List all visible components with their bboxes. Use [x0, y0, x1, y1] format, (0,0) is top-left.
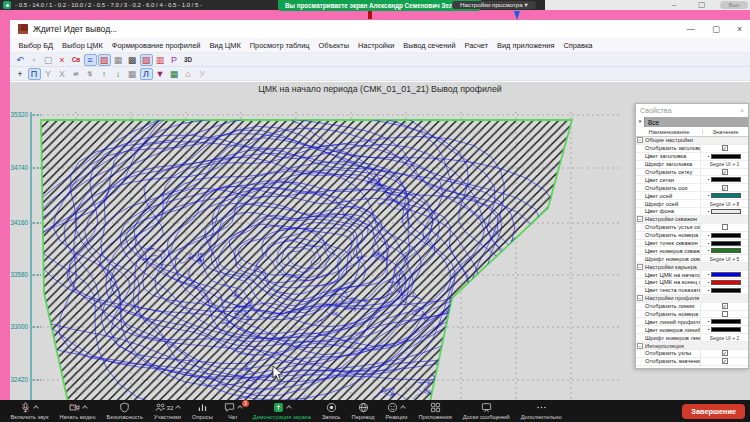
- chevron-up-icon[interactable]: [401, 405, 407, 411]
- font-value[interactable]: Segoe UI + 1: [710, 161, 740, 167]
- tool-disabled-u[interactable]: У: [196, 68, 209, 80]
- menu-Объекты[interactable]: Объекты: [314, 41, 353, 50]
- properties-filter-row[interactable]: ▾ Все: [636, 117, 748, 127]
- color-swatch[interactable]: [711, 248, 741, 253]
- chevron-up-icon[interactable]: [82, 405, 88, 411]
- tool-new-view[interactable]: ▫: [28, 54, 41, 66]
- color-swatch[interactable]: [711, 288, 741, 293]
- tool-grid-dark[interactable]: ▩: [126, 54, 139, 66]
- color-swatch[interactable]: [711, 241, 741, 246]
- dock-chat[interactable]: 3Чат: [218, 400, 247, 422]
- property-row[interactable]: Отобразить заголовок✓: [636, 145, 748, 153]
- color-swatch[interactable]: [711, 319, 741, 324]
- tool-axis-x[interactable]: X: [56, 68, 69, 80]
- dock-record[interactable]: Запись: [316, 400, 346, 422]
- checkbox[interactable]: [722, 311, 728, 317]
- checkbox[interactable]: ✓: [722, 303, 728, 309]
- dock-participants[interactable]: 32Участники: [148, 400, 186, 422]
- chevron-up-icon[interactable]: [34, 405, 40, 411]
- property-row[interactable]: Отобразить номера линий: [636, 311, 748, 319]
- color-swatch[interactable]: [711, 280, 741, 285]
- tool-db-connect[interactable]: Cв: [70, 54, 83, 66]
- chevron-up-icon[interactable]: [286, 405, 292, 411]
- tool-hatch-3[interactable]: ▥: [154, 54, 167, 66]
- property-row[interactable]: Шрифт номеров линийSegoe UI + 2: [636, 334, 748, 342]
- tool-axis-y[interactable]: Y: [42, 68, 55, 80]
- section-header[interactable]: −Общие настройки: [636, 137, 748, 145]
- property-row[interactable]: Отобразить линии✓: [636, 303, 748, 311]
- font-value[interactable]: Segoe UI + 5: [710, 256, 740, 262]
- minimize-window-icon[interactable]: —: [687, 24, 696, 34]
- close-window-icon[interactable]: ×: [737, 24, 742, 34]
- color-swatch[interactable]: [711, 272, 741, 277]
- property-row[interactable]: Отобразить устья скважин: [636, 224, 748, 232]
- maximize-window-icon[interactable]: ▢: [712, 24, 720, 34]
- menu-Формирование профилей[interactable]: Формирование профилей: [107, 41, 205, 50]
- section-header[interactable]: −Настройки профиля: [636, 295, 748, 303]
- dock-start-video[interactable]: Начать видео: [54, 400, 101, 422]
- tool-undo[interactable]: ↶: [14, 54, 27, 66]
- section-header[interactable]: −Настройки скважин: [636, 216, 748, 224]
- tool-move-tool[interactable]: +: [14, 68, 27, 80]
- property-row[interactable]: Цвет номеров скважин▪: [636, 247, 748, 255]
- property-row[interactable]: Шрифт номеров скважинSegoe UI + 5: [636, 255, 748, 263]
- dock-unmute[interactable]: Включить звук: [5, 400, 54, 422]
- property-row[interactable]: Цвет фона▪: [636, 208, 748, 216]
- property-row[interactable]: Отобразить номера скважин▪: [636, 232, 748, 240]
- dock-interpretation[interactable]: Перевод: [346, 400, 380, 422]
- menu-Справка[interactable]: Справка: [559, 41, 597, 50]
- checkbox[interactable]: ✓: [722, 358, 728, 364]
- property-row[interactable]: Отобразить сетку✓: [636, 169, 748, 177]
- dock-reactions[interactable]: Реакции: [380, 400, 413, 422]
- dock-more[interactable]: Дополнительно: [515, 400, 567, 422]
- property-row[interactable]: Цвет заголовка▪: [636, 153, 748, 161]
- property-row[interactable]: Отобразить оси✓: [636, 184, 748, 192]
- leave-meeting-button[interactable]: Завершение: [682, 404, 745, 419]
- color-swatch[interactable]: [711, 209, 741, 214]
- menu-Просмотр таблиц[interactable]: Просмотр таблиц: [245, 41, 314, 50]
- tool-profile-lines[interactable]: ≡: [84, 54, 97, 66]
- collapse-icon[interactable]: −: [637, 295, 643, 301]
- font-value[interactable]: Segoe UI + 2: [710, 335, 740, 341]
- checkbox[interactable]: ✓: [722, 169, 728, 175]
- property-row[interactable]: Цвет точек скважин▪: [636, 240, 748, 248]
- color-swatch[interactable]: [711, 327, 741, 332]
- exit-fullscreen-button[interactable]: Вых: [720, 1, 748, 9]
- color-swatch[interactable]: [711, 154, 741, 159]
- tool-close-view[interactable]: ×: [56, 54, 69, 66]
- property-row[interactable]: Цвет линий профиля▪: [636, 318, 748, 326]
- checkbox[interactable]: ✓: [722, 350, 728, 356]
- tool-window[interactable]: ▢: [42, 54, 55, 66]
- color-swatch[interactable]: [711, 193, 741, 198]
- collapse-icon[interactable]: −: [637, 343, 643, 349]
- tool-profile-l[interactable]: Л: [140, 68, 153, 80]
- property-row[interactable]: Цвет номеров линий▪: [636, 326, 748, 334]
- tool-move-up[interactable]: ↑: [98, 68, 111, 80]
- tool-scale-h[interactable]: ⇄: [70, 68, 83, 80]
- tool-table-green[interactable]: ▦: [168, 68, 181, 80]
- property-row[interactable]: Цвет ЦМК на начало периода▪: [636, 271, 748, 279]
- tool-profile-p[interactable]: П: [28, 68, 41, 80]
- menu-Выбор ЦМК[interactable]: Выбор ЦМК: [58, 41, 108, 50]
- collapse-icon[interactable]: −: [637, 137, 643, 143]
- tool-view-3d[interactable]: 3D: [182, 54, 195, 66]
- maximize-meeting-icon[interactable]: ▢: [698, 0, 706, 10]
- menu-Вывод сечений[interactable]: Вывод сечений: [399, 41, 460, 50]
- property-row[interactable]: Шрифт заголовкаSegoe UI + 1: [636, 161, 748, 169]
- checkbox[interactable]: [722, 224, 728, 230]
- tool-hatch-2[interactable]: ▨: [140, 54, 153, 66]
- dock-apps[interactable]: Приложения: [413, 400, 457, 422]
- tool-move-down[interactable]: ↓: [112, 68, 125, 80]
- dock-share-screen[interactable]: Демонстрация экрана: [247, 400, 316, 422]
- tool-home[interactable]: ⌂: [182, 68, 195, 80]
- tool-hatch-fill[interactable]: ▨: [98, 54, 111, 66]
- menu-Настройки[interactable]: Настройки: [354, 41, 399, 50]
- tool-filter[interactable]: ▼: [154, 68, 167, 80]
- property-row[interactable]: Отобразить значения✓: [636, 358, 748, 366]
- menu-Выбор БД[interactable]: Выбор БД: [14, 41, 58, 50]
- close-panel-icon[interactable]: ×: [740, 107, 744, 114]
- tool-grid-view[interactable]: ▦: [112, 54, 125, 66]
- menu-Расчет[interactable]: Расчет: [460, 41, 493, 50]
- minimize-meeting-icon[interactable]: –: [672, 0, 676, 10]
- chevron-up-icon[interactable]: [175, 405, 181, 411]
